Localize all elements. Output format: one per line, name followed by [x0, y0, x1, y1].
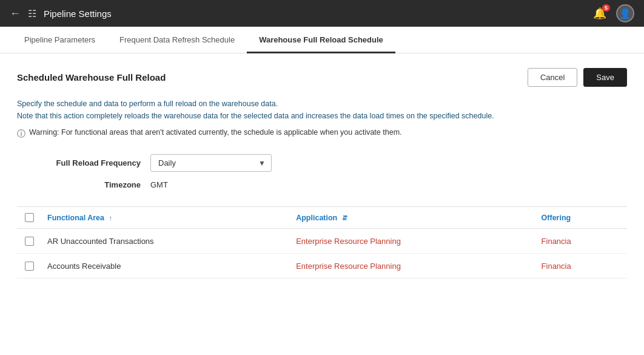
form-section: Full Reload Frequency Daily Weekly Month…: [17, 154, 627, 189]
header-checkbox-col: [17, 207, 39, 229]
timezone-row: Timezone GMT: [17, 180, 627, 189]
sort-both-icon: ⇵: [342, 214, 347, 221]
main-content: Scheduled Warehouse Full Reload Cancel S…: [0, 53, 644, 293]
description-text: Specify the schedule and data to perform…: [17, 98, 611, 122]
row1-functional-area: AR Unaccounted Transactions: [39, 229, 287, 254]
description-line1: Specify the schedule and data to perform…: [17, 100, 278, 108]
save-button[interactable]: Save: [583, 68, 627, 87]
section-title: Scheduled Warehouse Full Reload: [17, 72, 166, 83]
row1-application: Enterprise Resource Planning: [287, 229, 532, 254]
functional-areas-table: Functional Area ↑ Application ⇵ Offering…: [17, 206, 627, 279]
cancel-button[interactable]: Cancel: [528, 68, 577, 87]
header-offering: Offering: [533, 207, 627, 229]
tab-navigation: Pipeline Parameters Frequent Data Refres…: [0, 27, 644, 53]
select-all-checkbox[interactable]: [25, 213, 34, 222]
table-row: Accounts Receivable Enterprise Resource …: [17, 254, 627, 279]
topbar-left: ← ☷ Pipeline Settings: [10, 7, 112, 20]
row1-offering: Financia: [533, 229, 627, 254]
user-avatar[interactable]: 👤: [616, 4, 634, 22]
description-line2: Note that this action completely reloads…: [17, 112, 494, 120]
table-header-row: Functional Area ↑ Application ⇵ Offering: [17, 207, 627, 229]
action-buttons: Cancel Save: [528, 68, 627, 87]
frequency-row: Full Reload Frequency Daily Weekly Month…: [17, 154, 627, 172]
timezone-label: Timezone: [17, 180, 150, 189]
frequency-select-wrapper: Daily Weekly Monthly ▼: [150, 154, 272, 172]
table-row: AR Unaccounted Transactions Enterprise R…: [17, 229, 627, 254]
header-row: Scheduled Warehouse Full Reload Cancel S…: [17, 68, 627, 87]
topbar: ← ☷ Pipeline Settings 🔔 5 👤: [0, 0, 644, 27]
row2-checkbox[interactable]: [25, 262, 34, 271]
header-application[interactable]: Application ⇵: [287, 207, 532, 229]
row2-checkbox-cell: [17, 254, 39, 279]
notification-bell[interactable]: 🔔 5: [593, 7, 606, 20]
frequency-label: Full Reload Frequency: [17, 158, 150, 167]
row2-offering: Financia: [533, 254, 627, 279]
row1-checkbox-cell: [17, 229, 39, 254]
tab-frequent-data-refresh[interactable]: Frequent Data Refresh Schedule: [107, 27, 247, 53]
avatar-icon: 👤: [619, 8, 631, 19]
tab-pipeline-parameters[interactable]: Pipeline Parameters: [12, 27, 107, 53]
warning-text: Warning: For functional areas that aren'…: [29, 128, 402, 137]
header-functional-area[interactable]: Functional Area ↑: [39, 207, 287, 229]
topbar-title: Pipeline Settings: [44, 8, 112, 19]
frequency-select[interactable]: Daily Weekly Monthly: [150, 154, 272, 172]
tab-warehouse-full-reload[interactable]: Warehouse Full Reload Schedule: [247, 27, 395, 53]
grid-icon: ☷: [28, 8, 36, 19]
row2-functional-area: Accounts Receivable: [39, 254, 287, 279]
info-icon: ⓘ: [17, 129, 25, 140]
warning-row: ⓘ Warning: For functional areas that are…: [17, 128, 627, 140]
row2-application: Enterprise Resource Planning: [287, 254, 532, 279]
back-button[interactable]: ←: [10, 7, 21, 20]
row1-checkbox[interactable]: [25, 237, 34, 246]
sort-asc-icon: ↑: [109, 214, 112, 221]
topbar-right: 🔔 5 👤: [593, 4, 634, 22]
timezone-value: GMT: [150, 180, 168, 189]
notification-badge: 5: [602, 4, 610, 12]
